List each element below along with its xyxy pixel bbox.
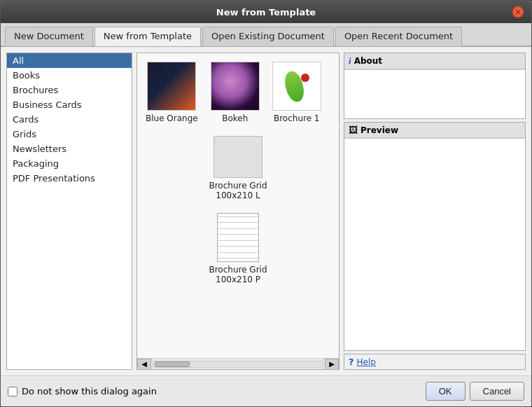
scroll-left-arrow[interactable]: ◀	[137, 359, 151, 370]
help-label[interactable]: Help	[357, 357, 376, 367]
template-thumb-brochure1	[272, 62, 321, 111]
help-content[interactable]: ? Help	[344, 354, 525, 369]
preview-content	[344, 138, 525, 350]
cancel-button[interactable]: Cancel	[470, 382, 524, 401]
info-icon: i	[349, 55, 351, 67]
horizontal-scrollbar[interactable]: ◀ ▶	[137, 358, 339, 369]
template-thumb-brochure-grid-l	[214, 136, 262, 178]
category-item-business-cards[interactable]: Business Cards	[7, 97, 132, 112]
do-not-show-checkbox[interactable]	[8, 387, 18, 396]
do-not-show-label[interactable]: Do not show this dialog again	[22, 386, 157, 396]
question-icon: ?	[349, 357, 354, 367]
category-list: All Books Brochures Business Cards Cards…	[6, 53, 132, 370]
ok-button[interactable]: OK	[426, 382, 465, 401]
footer: Do not show this dialog again OK Cancel	[1, 375, 531, 406]
titlebar: New from Template ✕	[1, 1, 531, 23]
template-item-brochure1[interactable]: Brochure 1	[270, 59, 324, 126]
category-item-packaging[interactable]: Packaging	[7, 156, 132, 171]
dialog-title: New from Template	[20, 7, 512, 18]
scroll-right-arrow[interactable]: ▶	[325, 359, 339, 370]
template-thumb-bokeh	[211, 62, 260, 111]
image-icon: 🖼	[349, 125, 358, 135]
tab-bar: New Document New from Template Open Exis…	[1, 23, 531, 47]
category-item-cards[interactable]: Cards	[7, 112, 132, 127]
right-panel: i About 🖼 Preview ? Help	[344, 53, 526, 370]
tab-new-document[interactable]: New Document	[5, 27, 93, 46]
template-item-blue-orange[interactable]: Blue Orange	[143, 59, 201, 126]
template-thumb-brochure-grid-p	[217, 213, 259, 262]
template-label-blue-orange: Blue Orange	[146, 113, 198, 123]
template-label-brochure1: Brochure 1	[274, 113, 320, 123]
template-label-bokeh: Bokeh	[222, 113, 248, 123]
help-section[interactable]: ? Help	[344, 354, 526, 370]
template-label-brochure-grid-p: Brochure Grid 100x210 P	[196, 265, 280, 284]
template-item-brochure-grid-p[interactable]: Brochure Grid 100x210 P	[143, 210, 333, 287]
category-item-pdf-presentations[interactable]: PDF Presentations	[7, 171, 132, 186]
brochure-dot-decoration	[301, 74, 309, 82]
about-section: i About	[344, 53, 526, 119]
tab-open-recent[interactable]: Open Recent Document	[335, 27, 462, 46]
category-item-all[interactable]: All	[7, 53, 132, 68]
about-header: i About	[344, 53, 525, 69]
tab-open-existing[interactable]: Open Existing Document	[202, 27, 334, 46]
template-item-brochure-grid-l[interactable]: Brochure Grid 100x210 L	[143, 133, 333, 203]
button-area: OK Cancel	[426, 382, 524, 401]
template-item-bokeh[interactable]: Bokeh	[208, 59, 262, 126]
tab-new-from-template[interactable]: New from Template	[94, 27, 201, 46]
category-item-newsletters[interactable]: Newsletters	[7, 142, 132, 156]
template-grid: Blue Orange Bokeh Brochure 1	[136, 53, 340, 370]
preview-section: 🖼 Preview	[344, 122, 526, 351]
main-content: All Books Brochures Business Cards Cards…	[1, 47, 531, 375]
checkbox-area: Do not show this dialog again	[8, 386, 157, 396]
category-item-brochures[interactable]: Brochures	[7, 83, 132, 97]
preview-label: Preview	[360, 125, 398, 135]
category-item-books[interactable]: Books	[7, 68, 132, 83]
preview-header: 🖼 Preview	[344, 123, 525, 138]
close-button[interactable]: ✕	[512, 6, 524, 18]
template-label-brochure-grid-l: Brochure Grid 100x210 L	[196, 181, 280, 200]
template-thumb-blue-orange	[147, 62, 196, 111]
about-content	[344, 69, 525, 118]
template-scroll-area[interactable]: Blue Orange Bokeh Brochure 1	[137, 53, 339, 358]
dialog: New from Template ✕ New Document New fro…	[0, 0, 532, 407]
about-label: About	[354, 56, 382, 66]
category-item-grids[interactable]: Grids	[7, 127, 132, 142]
